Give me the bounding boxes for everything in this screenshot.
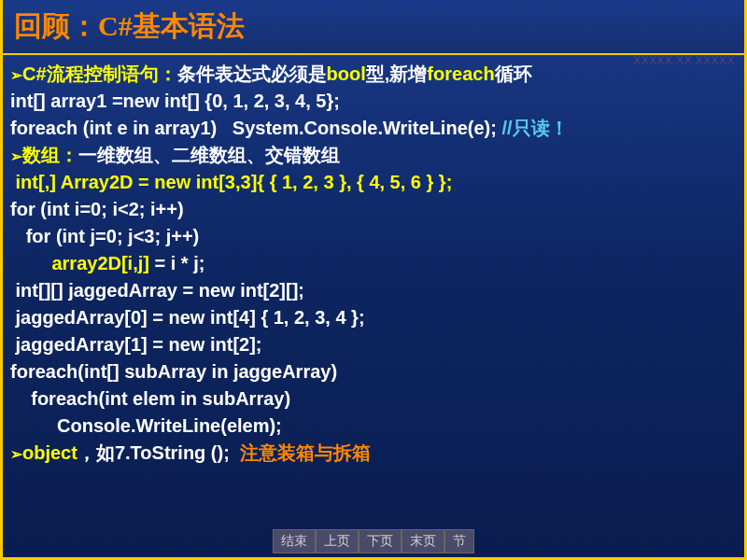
line-5: int[,] Array2D = new int[3,3]{ { 1, 2, 3…: [10, 169, 737, 196]
line-2: int[] array1 =new int[] {0, 1, 2, 3, 4, …: [10, 88, 737, 115]
title-bar: 回顾：C#基本语法: [3, 0, 744, 55]
line-13: foreach(int elem in subArray): [10, 385, 737, 413]
slide-content: ➢C#流程控制语句：条件表达式必须是bool型,新增foreach循环 int[…: [3, 55, 744, 470]
line-7: for (int j=0; j<3; j++): [10, 223, 737, 250]
line-1: ➢C#流程控制语句：条件表达式必须是bool型,新增foreach循环: [10, 61, 737, 88]
line-10: jaggedArray[0] = new int[4] { 1, 2, 3, 4…: [10, 304, 737, 331]
nav-next-button[interactable]: 下页: [359, 529, 402, 553]
line-14: Console.WriteLine(elem);: [10, 413, 737, 440]
nav-end-button[interactable]: 结束: [273, 529, 316, 553]
watermark: XXXXX.XX.XXXXX: [634, 54, 735, 65]
nav-bar: 结束 上页 下页 末页 节: [273, 529, 474, 553]
line-15: ➢object，如7.ToString (); 注意装箱与拆箱: [10, 440, 737, 467]
line-3: foreach (int e in array1) System.Console…: [10, 115, 737, 142]
nav-prev-button[interactable]: 上页: [316, 529, 359, 553]
nav-section-button[interactable]: 节: [444, 529, 474, 553]
line-11: jaggedArray[1] = new int[2];: [10, 331, 737, 358]
line-9: int[][] jaggedArray = new int[2][];: [10, 277, 737, 304]
line-6: for (int i=0; i<2; i++): [10, 196, 737, 223]
line-4: ➢数组：一维数组、二维数组、交错数组: [10, 142, 737, 169]
nav-last-button[interactable]: 末页: [402, 529, 444, 553]
line-8: array2D[i,j] = i * j;: [10, 250, 737, 277]
line-12: foreach(int[] subArray in jaggeArray): [10, 358, 737, 385]
page-title: 回顾：C#基本语法: [14, 7, 733, 46]
